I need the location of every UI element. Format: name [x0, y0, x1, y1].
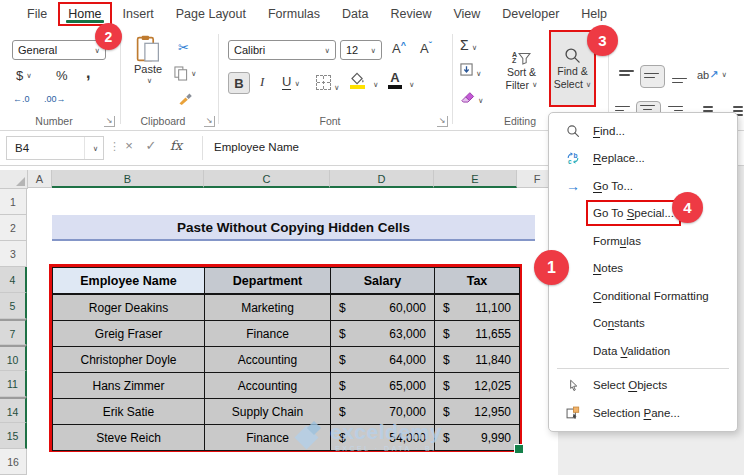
cell-name[interactable]: Steve Reich [53, 425, 205, 451]
tab-data[interactable]: Data [331, 2, 379, 26]
cell-department[interactable]: Accounting [205, 347, 331, 373]
row-header-10[interactable]: 10 [0, 345, 27, 371]
cell-department[interactable]: Finance [205, 321, 331, 347]
align-top-icon[interactable] [619, 70, 634, 83]
italic-button[interactable]: I [260, 74, 264, 90]
cell-salary[interactable]: $64,000 [331, 347, 435, 373]
select-all-corner[interactable] [0, 170, 28, 189]
format-painter-button[interactable] [178, 90, 193, 105]
orientation-button[interactable]: ab↗∨ [697, 68, 727, 81]
row-header-4[interactable]: 4 [0, 267, 27, 293]
comma-style-button[interactable]: , [86, 64, 90, 82]
tab-page-layout[interactable]: Page Layout [165, 2, 257, 26]
underline-button[interactable]: U∨ [282, 74, 300, 89]
increase-decimal-button[interactable]: ←.0 [13, 94, 30, 104]
menu-item-conditional-formatting[interactable]: Conditional Formatting [549, 282, 737, 310]
decrease-decimal-button[interactable]: .00→ [44, 94, 66, 104]
cell-department[interactable]: Marketing [205, 294, 331, 321]
cell-name[interactable]: Roger Deakins [53, 294, 205, 321]
percent-style-button[interactable]: % [56, 68, 68, 83]
cell-tax[interactable]: $11,100 [435, 294, 520, 321]
row-header-16[interactable]: 16 [0, 449, 27, 475]
tab-insert[interactable]: Insert [112, 2, 165, 26]
column-header-e[interactable]: E [434, 170, 517, 188]
column-header-b[interactable]: B [52, 170, 204, 188]
menu-item-selection-pane[interactable]: Selection Pane... [549, 399, 737, 427]
row-header-2[interactable]: 2 [0, 215, 27, 241]
bold-button[interactable]: B [228, 72, 250, 94]
header-cell-salary[interactable]: Salary [331, 268, 435, 295]
header-cell-tax[interactable]: Tax [435, 268, 520, 295]
row-header-3[interactable]: 3 [0, 241, 27, 267]
shrink-font-button[interactable]: Aˇ [420, 41, 432, 56]
accounting-format-button[interactable]: $∨ [16, 68, 32, 83]
sort-filter-button[interactable]: AZ Sort & Filter∨ [498, 34, 545, 108]
cell-salary[interactable]: $60,000 [331, 294, 435, 321]
tab-formulas[interactable]: Formulas [257, 2, 331, 26]
menu-item-find[interactable]: Find... [549, 117, 737, 145]
font-color-button[interactable]: A [388, 70, 402, 89]
formula-bar-value[interactable]: Employee Name [214, 141, 299, 153]
cell-name[interactable]: Erik Satie [53, 399, 205, 425]
column-header-a[interactable]: A [28, 170, 52, 188]
row-header-11[interactable]: 11 [0, 371, 27, 397]
tab-review[interactable]: Review [379, 2, 442, 26]
cell-salary[interactable]: $63,000 [331, 321, 435, 347]
header-cell-department[interactable]: Department [205, 268, 331, 295]
paste-button[interactable]: Paste ∨ [126, 35, 170, 85]
cell-name[interactable]: Greig Fraser [53, 321, 205, 347]
cell-name[interactable]: Hans Zimmer [53, 373, 205, 399]
tab-file[interactable]: File [16, 2, 58, 26]
cell-tax[interactable]: $12,025 [435, 373, 520, 399]
enter-icon[interactable]: ✓ [141, 138, 161, 153]
cell-name[interactable]: Christopher Doyle [53, 347, 205, 373]
cut-button[interactable]: ✂ [178, 40, 189, 55]
cancel-icon[interactable]: × [119, 138, 139, 153]
menu-item-constants[interactable]: Constants [549, 310, 737, 338]
copy-button[interactable]: ∨ [174, 66, 197, 81]
cell-tax[interactable]: $11,840 [435, 347, 520, 373]
clear-button[interactable]: ∨ [460, 88, 484, 106]
cell-department[interactable]: Accounting [205, 373, 331, 399]
menu-item-notes[interactable]: Notes [549, 255, 737, 283]
tab-view[interactable]: View [442, 2, 491, 26]
font-dialog-launcher[interactable]: ↘ [437, 116, 448, 127]
tab-home[interactable]: Home [58, 2, 111, 26]
header-cell-employee-name[interactable]: Employee Name [53, 268, 205, 295]
row-header-1[interactable]: 1 [0, 189, 27, 215]
cell-tax[interactable]: $9,990 [435, 425, 520, 451]
column-header-d[interactable]: D [330, 170, 434, 188]
cell-tax[interactable]: $11,655 [435, 321, 520, 347]
menu-item-go-to[interactable]: →Go To... [549, 172, 737, 200]
menu-item-data-validation[interactable]: Data Validation [549, 337, 737, 365]
row-header-7[interactable]: 7 [0, 319, 27, 345]
clipboard-dialog-launcher[interactable]: ↘ [204, 116, 215, 127]
fill-button[interactable]: ∨ [460, 63, 482, 79]
title-cell[interactable]: Paste Without Copying Hidden Cells [52, 215, 535, 241]
grow-font-button[interactable]: A^ [392, 41, 406, 56]
column-header-c[interactable]: C [204, 170, 330, 188]
align-middle-icon[interactable] [644, 69, 659, 82]
number-format-combo[interactable]: General∨ [12, 40, 106, 60]
tab-help[interactable]: Help [570, 2, 618, 26]
menu-item-formulas[interactable]: Formulas [549, 227, 737, 255]
menu-item-replace[interactable]: bcReplace... [549, 145, 737, 173]
menu-item-go-to-special[interactable]: Go To Special... [549, 200, 737, 228]
name-box[interactable]: B4∨ [6, 136, 104, 160]
insert-function-button[interactable]: fx [166, 138, 186, 153]
row-header-15[interactable]: 15 [0, 423, 27, 449]
borders-button[interactable]: ∨ [316, 75, 340, 93]
fill-handle[interactable] [514, 444, 524, 454]
row-header-5[interactable]: 5 [0, 293, 27, 319]
autosum-button[interactable]: Σ∨ [460, 37, 477, 53]
cell-tax[interactable]: $12,950 [435, 399, 520, 425]
fill-color-button[interactable] [350, 72, 365, 89]
row-header-14[interactable]: 14 [0, 397, 27, 423]
number-dialog-launcher[interactable]: ↘ [104, 116, 115, 127]
align-bottom-icon[interactable] [672, 70, 687, 83]
menu-item-select-objects[interactable]: Select Objects [549, 372, 737, 400]
font-family-combo[interactable]: Calibri∨ [228, 40, 336, 60]
cell-salary[interactable]: $65,000 [331, 373, 435, 399]
tab-developer[interactable]: Developer [491, 2, 570, 26]
font-size-combo[interactable]: 12∨ [340, 40, 382, 60]
